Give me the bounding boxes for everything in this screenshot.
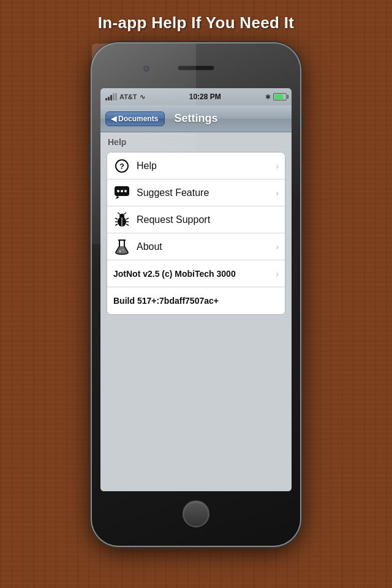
bar2 <box>108 97 110 100</box>
svg-point-18 <box>123 249 124 251</box>
power-button[interactable] <box>301 117 304 129</box>
chevron-right-icon-about: › <box>276 242 279 252</box>
bluetooth-icon: ✱ <box>265 93 271 101</box>
about-item-label: About <box>137 241 273 252</box>
nav-bar: ◀ Documents Settings <box>100 105 292 132</box>
phone-screen: AT&T ∿ 10:28 PM ✱ ◀ Documents Settings <box>100 88 292 491</box>
support-item-label: Request Support <box>137 214 279 225</box>
svg-line-10 <box>115 218 118 219</box>
status-time: 10:28 PM <box>189 92 221 101</box>
status-bar: AT&T ∿ 10:28 PM ✱ <box>100 88 292 105</box>
chevron-right-icon-version: › <box>276 269 279 279</box>
speaker <box>178 66 214 70</box>
phone-top <box>100 52 292 88</box>
help-circle-icon: ? <box>113 157 130 175</box>
list-item-build: Build 517+:7bdaff7507ac+ <box>107 287 285 314</box>
svg-line-15 <box>126 224 129 225</box>
chevron-right-icon-suggest: › <box>276 188 279 198</box>
volume-down-button[interactable] <box>88 162 91 178</box>
list-item-version[interactable]: JotNot v2.5 (c) MobiTech 3000 › <box>107 260 285 287</box>
build-label: Build 517+:7bdaff7507ac+ <box>113 296 279 306</box>
svg-line-13 <box>126 218 129 219</box>
bar3 <box>110 95 112 100</box>
section-header-help: Help <box>100 132 292 149</box>
content-area: Help ? Help › <box>100 132 292 491</box>
volume-up-button[interactable] <box>88 141 91 157</box>
phone-bottom <box>100 491 292 537</box>
bar1 <box>105 98 107 100</box>
help-list-group: ? Help › <box>107 152 285 315</box>
svg-text:?: ? <box>119 162 124 171</box>
status-right: ✱ <box>265 93 287 101</box>
battery-icon <box>273 93 287 100</box>
bar4 <box>113 93 115 100</box>
svg-line-8 <box>118 213 120 214</box>
svg-point-17 <box>119 250 121 252</box>
camera <box>143 66 149 72</box>
list-item-help[interactable]: ? Help › <box>107 153 285 179</box>
back-button[interactable]: ◀ Documents <box>105 111 165 126</box>
list-item-about[interactable]: About › <box>107 233 285 260</box>
list-item-suggest[interactable]: Suggest Feature › <box>107 179 285 206</box>
svg-point-5 <box>124 190 127 192</box>
suggest-item-label: Suggest Feature <box>137 187 273 198</box>
phone-shell: AT&T ∿ 10:28 PM ✱ ◀ Documents Settings <box>92 43 300 546</box>
battery-fill <box>274 94 283 99</box>
signal-bars <box>105 93 117 100</box>
page-wrapper: In-app Help If You Need It <box>0 0 392 588</box>
chat-icon <box>113 184 130 202</box>
list-item-support[interactable]: Request Support › <box>107 206 285 233</box>
svg-point-3 <box>117 190 119 192</box>
carrier-label: AT&T <box>119 93 137 100</box>
status-left: AT&T ∿ <box>105 93 145 101</box>
back-label: Documents <box>118 115 158 123</box>
wifi-icon: ∿ <box>140 93 145 101</box>
svg-line-12 <box>115 224 118 225</box>
svg-point-4 <box>121 190 123 192</box>
bug-icon <box>113 211 130 228</box>
bar5 <box>115 93 117 100</box>
svg-line-9 <box>124 213 126 214</box>
back-arrow-icon: ◀ <box>111 115 116 123</box>
version-label: JotNot v2.5 (c) MobiTech 3000 <box>113 269 273 279</box>
chevron-right-icon: › <box>276 161 279 171</box>
page-title: In-app Help If You Need It <box>98 13 294 32</box>
help-item-label: Help <box>137 160 273 172</box>
flask-icon <box>113 238 130 255</box>
nav-title: Settings <box>174 112 217 125</box>
home-button[interactable] <box>183 500 209 527</box>
